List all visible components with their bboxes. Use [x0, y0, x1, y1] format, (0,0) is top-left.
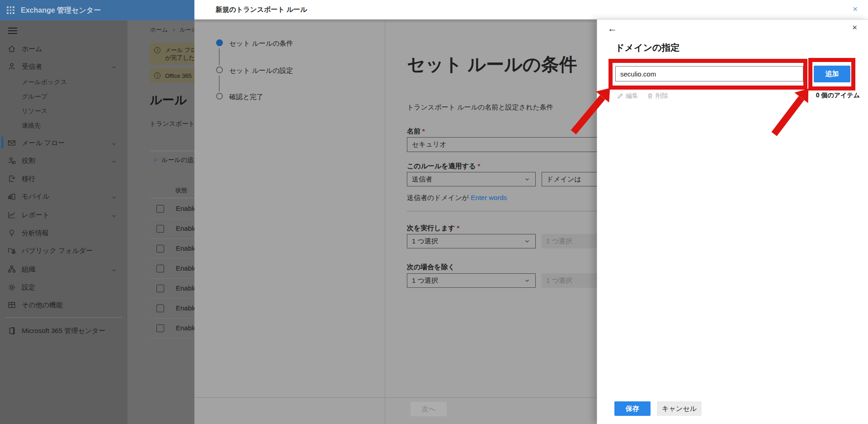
info-icon: i: [154, 72, 160, 79]
divider: [150, 151, 194, 151]
next-button[interactable]: 次へ: [410, 402, 447, 416]
wizard-step-settings[interactable]: セット ルールの設定: [229, 67, 293, 75]
sidebar-item-roles[interactable]: 役割: [0, 153, 127, 168]
sidebar-item-groups[interactable]: グループ: [0, 91, 127, 103]
table-row[interactable]: Enable: [150, 299, 194, 319]
apply-rule-label: このルールを適用する*: [407, 162, 480, 171]
back-arrow-icon[interactable]: ←: [608, 23, 617, 34]
column-header-status[interactable]: 状態: [175, 186, 187, 195]
close-icon[interactable]: ×: [853, 4, 858, 14]
step-connector: [219, 48, 220, 65]
add-rule-button[interactable]: + ルールの追加: [153, 155, 200, 165]
required-asterisk: *: [477, 162, 480, 170]
sidebar-item-other-features[interactable]: その他の機能: [0, 298, 127, 312]
sidebar-item-resources[interactable]: リソース: [0, 105, 127, 117]
row-checkbox[interactable]: [156, 225, 164, 233]
step-indicator-idle: [216, 67, 223, 73]
plus-icon: +: [153, 155, 158, 165]
edit-button[interactable]: 編集: [617, 92, 638, 100]
sidebar-item-home[interactable]: ホーム: [0, 42, 127, 56]
sidebar-item-mail-flow[interactable]: メール フロー: [0, 136, 127, 150]
sidebar-item-insights[interactable]: 分析情報: [0, 226, 127, 240]
sidebar-item-public-folders[interactable]: パブリック フォルダー: [0, 243, 127, 258]
gear-icon: [8, 283, 16, 291]
info-banner: i メール フロー ル が完了したら、: [150, 43, 194, 65]
cancel-button[interactable]: キャンセル: [657, 401, 702, 416]
row-checkbox[interactable]: [156, 324, 164, 332]
folder-globe-icon: [8, 247, 16, 255]
info-icon: i: [154, 47, 160, 53]
sidebar-item-reports[interactable]: レポート: [0, 208, 127, 222]
page-title: ルール: [150, 92, 187, 108]
table-grid-icon: [8, 301, 16, 309]
sidebar-item-m365-admin[interactable]: Microsoft 365 管理センター: [0, 324, 127, 338]
table-row[interactable]: Enable: [150, 279, 194, 299]
person-icon: [8, 62, 16, 71]
chevron-down-icon: [111, 158, 117, 163]
org-chart-icon: [8, 265, 16, 273]
row-checkbox[interactable]: [156, 285, 164, 292]
chevron-down-icon: [524, 176, 530, 183]
row-checkbox[interactable]: [156, 205, 164, 213]
close-icon[interactable]: ×: [852, 23, 857, 33]
apply-condition-dropdown[interactable]: 送信者: [407, 172, 536, 186]
chevron-down-icon: [111, 194, 117, 199]
table-row[interactable]: Enable: [150, 259, 194, 279]
except-if-dropdown[interactable]: 1 つ選択: [407, 273, 536, 288]
table-row[interactable]: Enable: [150, 239, 194, 259]
sender-domain-line: 送信者のドメインが Enter words: [407, 194, 507, 202]
table-row[interactable]: Enable: [150, 219, 194, 239]
save-button[interactable]: 保存: [614, 401, 651, 416]
wizard-description: トランスポート ルールの名前と設定された条件: [407, 103, 553, 112]
chevron-down-icon: [111, 140, 117, 146]
row-checkbox[interactable]: [156, 265, 164, 272]
app-launcher-icon[interactable]: [7, 6, 14, 14]
domain-input[interactable]: [615, 66, 803, 81]
row-checkbox[interactable]: [156, 245, 164, 252]
sidebar-divider: [5, 317, 122, 318]
lightbulb-icon: [8, 229, 16, 237]
breadcrumb: ホーム › ルール: [150, 26, 198, 34]
sidebar-item-mailboxes[interactable]: メールボックス: [0, 76, 127, 88]
items-count: 0 個のアイテム: [816, 91, 860, 100]
specify-domain-flyout: ← × ドメインの指定 追加 編集 削除 0 個のアイテム 保存 キャンセル: [597, 19, 868, 424]
sidebar-item-contacts[interactable]: 連絡先: [0, 120, 127, 132]
hamburger-menu-icon[interactable]: [8, 28, 17, 34]
sidebar-item-recipients[interactable]: 受信者: [0, 59, 127, 74]
step-connector: [219, 76, 220, 91]
flyout-title: ドメインの指定: [615, 42, 679, 54]
wizard-nav-divider: [385, 19, 385, 424]
mail-icon: [8, 139, 16, 147]
sidebar-item-organization[interactable]: 組織: [0, 262, 127, 276]
except-if-label: 次の場合を除く: [407, 263, 455, 272]
chevron-up-icon: [111, 64, 117, 69]
wizard-step-conditions[interactable]: セット ルールの条件: [229, 39, 293, 48]
step-indicator-idle: [216, 93, 223, 100]
pencil-icon: [617, 93, 623, 99]
step-indicator-active: [216, 39, 223, 46]
migration-icon: [8, 175, 16, 183]
sidebar-item-mobile[interactable]: モバイル: [0, 189, 127, 204]
enter-words-link[interactable]: Enter words: [471, 194, 507, 201]
add-button[interactable]: 追加: [814, 66, 850, 82]
table-header-divider: [150, 198, 194, 198]
row-checkbox[interactable]: [156, 305, 164, 312]
sidebar-item-migration[interactable]: 移行: [0, 172, 127, 186]
table-row[interactable]: Enable: [150, 199, 194, 219]
screen: Exchange 管理センター ホーム 受信者 メールボックス グループ リソー…: [0, 0, 868, 424]
breadcrumb-home-link[interactable]: ホーム: [150, 26, 168, 33]
sidebar-item-settings[interactable]: 設定: [0, 280, 127, 295]
mobile-chart-icon: [8, 192, 16, 200]
chevron-down-icon: [111, 267, 117, 272]
table-row[interactable]: Enable: [150, 319, 194, 338]
chevron-down-icon: [524, 238, 530, 245]
person-badge-icon: [8, 157, 16, 165]
do-following-label: 次を実行します*: [407, 224, 459, 233]
chevron-down-icon: [111, 212, 117, 218]
do-following-dropdown[interactable]: 1 つ選択: [407, 234, 536, 248]
trash-icon: [647, 93, 653, 99]
wizard-title: 新規のトランスポート ルール: [216, 5, 307, 14]
app-title: Exchange 管理センター: [21, 0, 101, 20]
wizard-step-review[interactable]: 確認と完了: [229, 93, 263, 101]
delete-button[interactable]: 削除: [647, 92, 668, 100]
